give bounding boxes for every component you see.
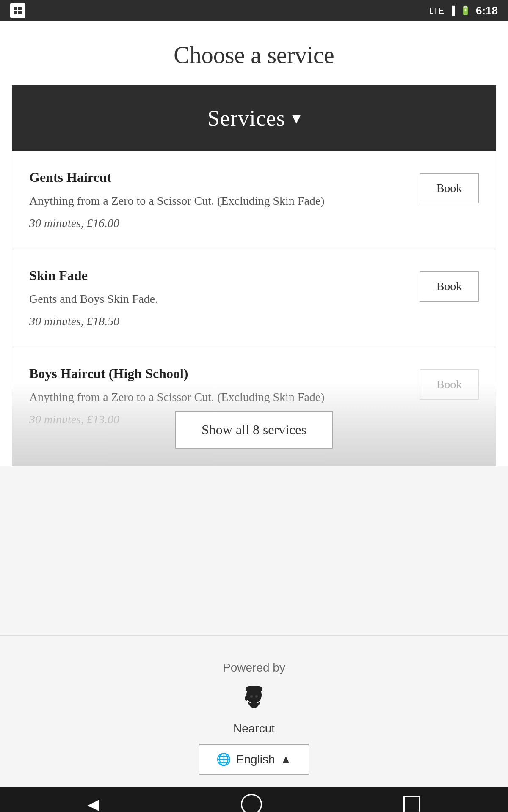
service-info: Gents Haircut Anything from a Zero to a … bbox=[29, 170, 420, 230]
bottom-spacer bbox=[0, 466, 508, 635]
svg-rect-6 bbox=[246, 688, 262, 691]
menu-icon bbox=[403, 796, 420, 812]
language-button[interactable]: 🌐 English ▲ bbox=[199, 744, 310, 775]
svg-point-8 bbox=[250, 695, 253, 698]
globe-icon: 🌐 bbox=[216, 752, 231, 766]
services-list: Gents Haircut Anything from a Zero to a … bbox=[12, 151, 496, 466]
status-bar-left bbox=[10, 3, 25, 18]
service-item: Gents Haircut Anything from a Zero to a … bbox=[12, 151, 496, 249]
chevron-down-icon: ▾ bbox=[292, 108, 301, 128]
service-name: Skin Fade bbox=[29, 268, 403, 283]
powered-by-label: Powered by bbox=[223, 661, 285, 675]
svg-rect-1 bbox=[18, 7, 22, 10]
book-button-2[interactable]: Book bbox=[420, 271, 479, 302]
svg-point-9 bbox=[255, 695, 258, 698]
service-duration-price: 30 minutes, £16.00 bbox=[29, 217, 403, 230]
app-icon bbox=[10, 3, 25, 18]
footer: Powered by Nearcut 🌐 English ▲ bbox=[0, 636, 508, 787]
svg-rect-3 bbox=[18, 11, 22, 14]
show-all-button[interactable]: Show all 8 services bbox=[175, 411, 333, 449]
network-icon: LTE bbox=[429, 6, 444, 16]
back-button[interactable]: ◀ bbox=[88, 796, 99, 812]
book-button-1[interactable]: Book bbox=[420, 173, 479, 203]
svg-rect-0 bbox=[14, 7, 17, 10]
home-icon bbox=[241, 794, 262, 812]
service-item: Skin Fade Gents and Boys Skin Fade. 30 m… bbox=[12, 249, 496, 347]
service-info: Skin Fade Gents and Boys Skin Fade. 30 m… bbox=[29, 268, 420, 328]
services-header-label: Services bbox=[207, 106, 285, 131]
svg-rect-2 bbox=[14, 11, 17, 14]
home-button[interactable] bbox=[241, 794, 262, 812]
signal-icon: ▐ bbox=[449, 6, 455, 16]
service-description: Gents and Boys Skin Fade. bbox=[29, 290, 403, 308]
nearcut-brand-icon bbox=[237, 683, 271, 717]
status-bar-right: LTE ▐ 🔋 6:18 bbox=[429, 4, 498, 17]
gradient-overlay: Show all 8 services bbox=[12, 383, 496, 466]
service-description: Anything from a Zero to a Scissor Cut. (… bbox=[29, 192, 403, 210]
status-bar: LTE ▐ 🔋 6:18 bbox=[0, 0, 508, 21]
service-name: Gents Haircut bbox=[29, 170, 403, 185]
service-duration-price: 30 minutes, £18.50 bbox=[29, 315, 403, 328]
nav-bar: ◀ bbox=[0, 787, 508, 812]
menu-button[interactable] bbox=[403, 796, 420, 812]
status-time: 6:18 bbox=[476, 4, 498, 17]
language-arrow-icon: ▲ bbox=[280, 753, 292, 766]
nearcut-logo: Nearcut bbox=[233, 683, 275, 735]
battery-icon: 🔋 bbox=[460, 5, 471, 16]
language-label: English bbox=[236, 753, 275, 766]
main-content: Choose a service Services ▾ Gents Haircu… bbox=[0, 21, 508, 787]
service-name: Boys Haircut (High School) bbox=[29, 366, 403, 381]
svg-point-7 bbox=[245, 696, 248, 701]
back-icon: ◀ bbox=[88, 796, 99, 812]
services-header[interactable]: Services ▾ bbox=[12, 85, 496, 151]
nearcut-brand-name: Nearcut bbox=[233, 722, 275, 735]
page-title: Choose a service bbox=[0, 21, 508, 85]
service-item: Boys Haircut (High School) Anything from… bbox=[12, 347, 496, 466]
